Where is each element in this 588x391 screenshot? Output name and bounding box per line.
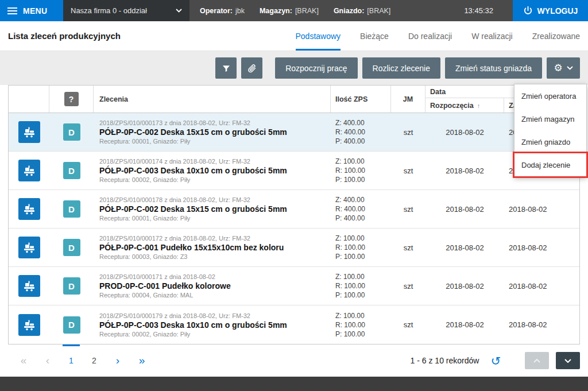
menu-item-zmien-operatora[interactable]: Zmień operatora — [514, 84, 586, 107]
menu-item-dodaj-zlecenie[interactable]: Dodaj zlecenie — [514, 153, 586, 176]
production-order-icon — [18, 121, 40, 143]
table-row[interactable]: D 2018/ZPS/010/000174 z dnia 2018-08-02,… — [9, 152, 579, 190]
pager: « ‹ 1 2 › » — [11, 344, 154, 377]
tab-biezace[interactable]: Bieżące — [360, 21, 389, 51]
start-work-button[interactable]: Rozpocznij pracę — [275, 57, 357, 79]
qty-p: P: 100.00 — [335, 175, 365, 184]
page-2-button[interactable]: 2 — [83, 344, 106, 377]
refresh-button[interactable]: ↺ — [490, 355, 501, 367]
table-row[interactable]: D 2018/ZPS/010/000173 z dnia 2018-08-02,… — [9, 113, 579, 152]
chevron-up-icon — [533, 359, 540, 363]
pagination-bar: « ‹ 1 2 › » 1 - 6 z 10 rekordów ↺ — [0, 344, 588, 377]
table-row[interactable]: D 2018/ZPS/010/000178 z dnia 2018-08-02,… — [9, 190, 579, 229]
change-socket-status-button[interactable]: Zmień status gniazda — [445, 57, 542, 79]
clock: 13:45:32 — [464, 6, 493, 15]
session-info: Operator:jbk Magazyn:[BRAK] Gniazdo:[BRA… — [189, 0, 513, 21]
logout-label: WYLOGUJ — [537, 6, 578, 16]
end-date-value: 2018-08-02 — [504, 305, 579, 344]
toolbar: Rozpocznij pracę Rozlicz zlecenie Zmień … — [0, 51, 588, 85]
last-page-button[interactable]: » — [130, 344, 154, 377]
unit-value: szt — [391, 305, 425, 344]
chevron-down-icon — [176, 9, 182, 13]
hamburger-icon — [7, 7, 17, 14]
menu-button[interactable]: MENU — [0, 0, 63, 21]
header-orders[interactable]: Zlecenia — [94, 86, 331, 113]
qty-z: Z: 100.00 — [335, 234, 365, 243]
status-badge: D — [63, 200, 80, 218]
bottom-strip — [0, 377, 588, 391]
unit-value: szt — [391, 190, 425, 228]
start-date-value: 2018-08-02 — [425, 113, 504, 151]
header-status-column: ? — [49, 86, 94, 113]
qty-p: P: 400.00 — [335, 214, 365, 223]
tab-w-realizacji[interactable]: W realizacji — [471, 21, 513, 51]
order-number: 2018/ZPS/010/000172 z dnia 2018-08-02, U… — [99, 235, 250, 242]
table-row[interactable]: D 2018/ZPS/010/000172 z dnia 2018-08-02,… — [9, 229, 579, 267]
order-recipe: Receptura: 00004, Gniazdo: MAL — [99, 292, 193, 299]
orders-table: ? Zlecenia Ilość ZPS JM Data Rozpoczęcia… — [8, 85, 580, 344]
socket-info: Gniazdo:[BRAK] — [334, 7, 390, 15]
start-date-value: 2018-08-02 — [425, 152, 504, 189]
unit-value: szt — [391, 152, 425, 189]
header-start-date[interactable]: Rozpoczęcia ↑ — [425, 98, 504, 113]
order-name: PÓŁP-0P-C-003 Deska 10x10 cm o grubości … — [99, 166, 287, 175]
qty-r: R: 400.00 — [335, 127, 365, 137]
qty-z: Z: 100.00 — [335, 157, 365, 166]
menu-item-zmien-magazyn[interactable]: Zmień magazyn — [514, 107, 586, 130]
prev-page-button[interactable]: ‹ — [36, 344, 60, 377]
header-qty[interactable]: Ilość ZPS — [331, 86, 391, 113]
end-date-value: 2018-08-02 — [504, 190, 579, 228]
sort-asc-icon: ↑ — [477, 102, 481, 109]
menu-item-zmien-gniazdo[interactable]: Zmień gniazdo — [514, 130, 586, 153]
header-unit[interactable]: JM — [391, 86, 425, 113]
logout-button[interactable]: WYLOGUJ — [513, 0, 588, 21]
start-date-value: 2018-08-02 — [425, 229, 504, 266]
table-row[interactable]: D 2018/ZPS/010/000179 z dnia 2018-08-02,… — [9, 305, 579, 344]
order-name: PÓŁP-0P-C-003 Deska 10x10 cm o grubości … — [99, 320, 287, 330]
table-row[interactable]: D 2018/ZPS/010/000171 z dnia 2018-08-02 … — [9, 267, 579, 305]
status-badge: D — [63, 162, 80, 179]
status-badge: D — [63, 123, 80, 141]
production-order-icon — [18, 275, 40, 297]
start-date-value: 2018-08-02 — [425, 190, 504, 228]
scroll-down-button[interactable] — [556, 352, 580, 369]
filter-button[interactable] — [215, 57, 237, 79]
filter-icon — [222, 64, 231, 73]
qty-p: P: 100.00 — [335, 330, 365, 339]
operator-info: Operator:jbk — [200, 7, 245, 15]
company-selector[interactable]: Nasza firma 0 - oddział — [63, 0, 189, 21]
status-badge: D — [63, 316, 80, 334]
next-page-button[interactable]: › — [106, 344, 130, 377]
start-date-value: 2018-08-02 — [425, 305, 504, 344]
order-name: PÓŁP-0P-C-002 Deska 15x15 cm o grubości … — [99, 204, 287, 214]
production-order-icon — [18, 237, 40, 258]
table-header: ? Zlecenia Ilość ZPS JM Data Rozpoczęcia… — [9, 86, 579, 113]
topbar: MENU Nasza firma 0 - oddział Operator:jb… — [0, 0, 588, 21]
header-icon-column — [9, 86, 49, 113]
tab-zrealizowane[interactable]: Zrealizowane — [532, 21, 580, 51]
chevron-down-icon — [567, 66, 573, 70]
production-order-icon — [18, 160, 40, 181]
view-tabs: Podstawowy Bieżące Do realizacji W reali… — [296, 21, 581, 51]
first-page-button[interactable]: « — [11, 344, 36, 377]
unit-value: szt — [391, 113, 425, 151]
settle-order-button[interactable]: Rozlicz zlecenie — [362, 57, 440, 79]
menu-button-label: MENU — [23, 6, 47, 16]
scroll-up-button[interactable] — [525, 352, 549, 369]
qty-z: Z: 100.00 — [335, 272, 365, 281]
legend-question-icon[interactable]: ? — [64, 92, 79, 106]
tab-podstawowy[interactable]: Podstawowy — [296, 21, 341, 51]
settings-dropdown-button[interactable]: ⚙ — [547, 57, 580, 79]
tab-do-realizacji[interactable]: Do realizacji — [408, 21, 452, 51]
qty-p: P: 100.00 — [335, 291, 365, 300]
qty-p: P: 400.00 — [335, 137, 365, 146]
attachment-button[interactable] — [241, 57, 262, 79]
page-1-button[interactable]: 1 — [60, 344, 83, 377]
status-badge: D — [63, 239, 80, 256]
order-number: 2018/ZPS/010/000173 z dnia 2018-08-02, U… — [99, 119, 250, 126]
order-name: PÓŁP-0P-C-001 Pudełko 15x15x10cm bez kol… — [99, 243, 284, 252]
order-recipe: Receptura: 00002, Gniazdo: Piły — [99, 331, 190, 338]
end-date-value: 2018-08-02 — [504, 229, 579, 266]
qty-z: Z: 400.00 — [335, 195, 365, 204]
power-icon — [523, 6, 533, 16]
